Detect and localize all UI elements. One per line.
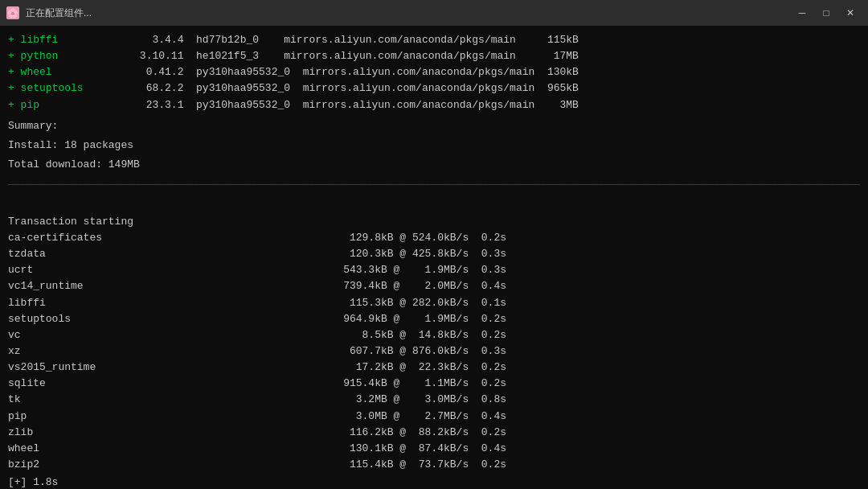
list-item: tk 3.2MB @ 3.0MB/s 0.8s: [8, 392, 506, 408]
list-item: xz 607.7kB @ 876.0kB/s 0.3s: [8, 343, 506, 360]
maximize-button[interactable]: □: [815, 5, 837, 21]
summary-label: Summary:: [8, 118, 860, 134]
package-list: + libffi 3.4.4 hd77b12b_0 mirrors.aliyun…: [8, 32, 860, 113]
pkg-prefix: + wheel: [8, 64, 84, 80]
summary-section: Summary: Install: 18 packages Total down…: [8, 118, 860, 173]
list-item: vc14_runtime 739.4kB @ 2.0MB/s 0.4s: [8, 278, 506, 294]
divider-line: ────────────────────────────────────────…: [8, 178, 860, 193]
list-item: libffi 115.3kB @ 282.0kB/s 0.1s: [8, 295, 506, 311]
transaction-starting: Transaction starting: [8, 214, 860, 230]
list-item: vc 8.5kB @ 14.8kB/s 0.2s: [8, 327, 506, 343]
window-title: 正在配置组件...: [26, 6, 92, 20]
list-item: + pip 23.3.1 py310haa95532_0 mirrors.ali…: [8, 97, 860, 113]
blank-line: [8, 198, 860, 214]
list-item: ucrt 543.3kB @ 1.9MB/s 0.3s: [8, 262, 506, 278]
list-item: pip 3.0MB @ 2.7MB/s 0.4s: [8, 409, 506, 425]
list-item: + setuptools 68.2.2 py310haa95532_0 mirr…: [8, 80, 860, 97]
elapsed-time: [+] 1.8s: [8, 475, 860, 489]
transaction-items: ca-certificates 129.8kB @ 524.0kB/s 0.2s…: [8, 230, 860, 473]
pkg-prefix: + pip: [8, 97, 84, 113]
list-item: bzip2 115.4kB @ 73.7kB/s 0.2s: [8, 457, 506, 473]
list-item: setuptools 964.9kB @ 1.9MB/s 0.2s: [8, 311, 506, 327]
titlebar: 🌸 正在配置组件... ─ □ ✕: [0, 0, 868, 26]
list-item: + libffi 3.4.4 hd77b12b_0 mirrors.aliyun…: [8, 32, 860, 48]
list-item: tzdata 120.3kB @ 425.8kB/s 0.3s: [8, 246, 506, 262]
pkg-prefix: + setuptools: [8, 80, 84, 97]
list-item: zlib 116.2kB @ 88.2kB/s 0.2s: [8, 425, 506, 441]
window: 🌸 正在配置组件... ─ □ ✕ + libffi 3.4.4 hd77b12…: [0, 0, 868, 489]
list-item: + python 3.10.11 he1021f5_3 mirrors.aliy…: [8, 48, 860, 64]
minimize-button[interactable]: ─: [791, 5, 813, 21]
window-controls[interactable]: ─ □ ✕: [791, 5, 862, 21]
titlebar-left: 🌸 正在配置组件...: [6, 6, 92, 20]
download-label: Total download: 149MB: [8, 157, 860, 173]
install-label: Install: 18 packages: [8, 138, 860, 154]
terminal-output: + libffi 3.4.4 hd77b12b_0 mirrors.aliyun…: [0, 26, 868, 489]
pkg-prefix: + python: [8, 48, 84, 64]
list-item: vs2015_runtime 17.2kB @ 22.3kB/s 0.2s: [8, 360, 506, 376]
list-item: + wheel 0.41.2 py310haa95532_0 mirrors.a…: [8, 64, 860, 80]
list-item: ca-certificates 129.8kB @ 524.0kB/s 0.2s: [8, 230, 506, 246]
app-icon: 🌸: [6, 6, 19, 19]
list-item: wheel 130.1kB @ 87.4kB/s 0.4s: [8, 441, 506, 457]
close-button[interactable]: ✕: [839, 5, 862, 21]
pkg-prefix: + libffi: [8, 32, 84, 48]
list-item: sqlite 915.4kB @ 1.1MB/s 0.2s: [8, 376, 506, 392]
